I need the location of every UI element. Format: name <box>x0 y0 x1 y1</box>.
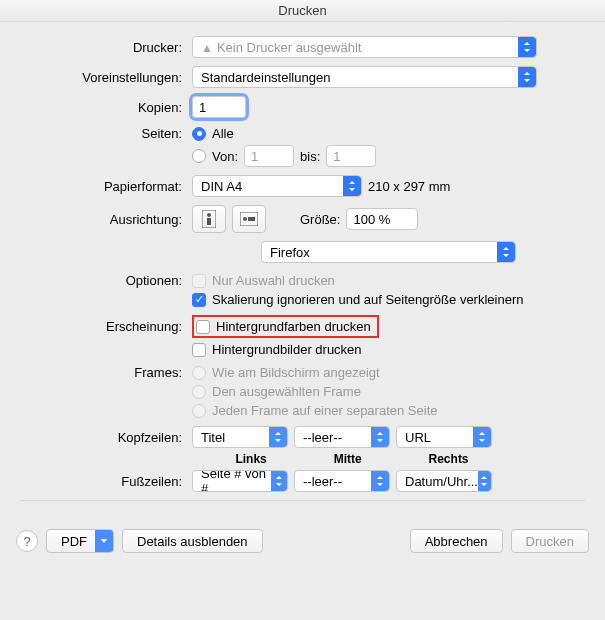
details-button[interactable]: Details ausblenden <box>122 529 263 553</box>
orientation-label: Ausrichtung: <box>20 212 192 227</box>
paper-select[interactable]: DIN A4 <box>192 175 362 197</box>
from-input[interactable]: 1 <box>244 145 294 167</box>
pdf-button[interactable]: PDF <box>46 529 114 553</box>
chevron-updown-icon <box>518 67 536 87</box>
svg-rect-2 <box>207 218 211 225</box>
cancel-button[interactable]: Abbrechen <box>410 529 503 553</box>
frame-each-label: Jeden Frame auf einer separaten Seite <box>212 403 437 418</box>
col-left-label: Links <box>235 452 266 466</box>
orientation-landscape-button[interactable] <box>232 205 266 233</box>
to-label: bis: <box>300 149 320 164</box>
dialog-content: Drucker: ▲Kein Drucker ausgewählt Vorein… <box>0 22 605 519</box>
chevron-down-icon <box>95 529 113 553</box>
scale-input[interactable]: 100 % <box>346 208 418 230</box>
to-input[interactable]: 1 <box>326 145 376 167</box>
presets-select[interactable]: Standardeinstellungen <box>192 66 537 88</box>
ignore-scaling-label: Skalierung ignorieren und auf Seitengröß… <box>212 292 523 307</box>
frame-screen-radio <box>192 366 206 380</box>
ignore-scaling-checkbox[interactable]: ✓ <box>192 293 206 307</box>
frame-selected-radio <box>192 385 206 399</box>
col-right-label: Rechts <box>429 452 469 466</box>
chevron-updown-icon <box>343 176 361 196</box>
svg-point-1 <box>207 213 211 217</box>
col-center-label: Mitte <box>334 452 362 466</box>
options-label: Optionen: <box>20 273 192 288</box>
pages-range-radio[interactable] <box>192 149 206 163</box>
divider <box>20 500 585 501</box>
frame-each-radio <box>192 404 206 418</box>
footer-right-select[interactable]: Datum/Uhr... <box>396 470 492 492</box>
window-title: Drucken <box>0 0 605 22</box>
footer-center-select[interactable]: --leer-- <box>294 470 390 492</box>
paper-dimensions: 210 x 297 mm <box>368 179 450 194</box>
paper-label: Papierformat: <box>20 179 192 194</box>
header-left-select[interactable]: Titel <box>192 426 288 448</box>
bg-colors-checkbox[interactable] <box>196 320 210 334</box>
selection-only-label: Nur Auswahl drucken <box>212 273 335 288</box>
presets-label: Voreinstellungen: <box>20 70 192 85</box>
bg-colors-label: Hintergrundfarben drucken <box>216 319 371 334</box>
from-label: Von: <box>212 149 238 164</box>
chevron-updown-icon <box>497 242 515 262</box>
svg-point-4 <box>243 217 247 221</box>
scale-label: Größe: <box>300 212 340 227</box>
orientation-portrait-button[interactable] <box>192 205 226 233</box>
footer-bar: ? PDF Details ausblenden Abbrechen Druck… <box>0 519 605 563</box>
section-select[interactable]: Firefox <box>261 241 516 263</box>
copies-label: Kopien: <box>20 100 192 115</box>
copies-input[interactable]: 1 <box>192 96 246 118</box>
warning-icon: ▲ <box>201 41 213 55</box>
header-center-select[interactable]: --leer-- <box>294 426 390 448</box>
printer-label: Drucker: <box>20 40 192 55</box>
footer-left-select[interactable]: Seite # von # <box>192 470 288 492</box>
footers-label: Fußzeilen: <box>20 474 192 489</box>
help-button[interactable]: ? <box>16 530 38 552</box>
bg-images-checkbox[interactable] <box>192 343 206 357</box>
chevron-updown-icon <box>518 37 536 57</box>
pages-all-label: Alle <box>212 126 234 141</box>
pages-label: Seiten: <box>20 126 192 141</box>
print-button[interactable]: Drucken <box>511 529 589 553</box>
header-right-select[interactable]: URL <box>396 426 492 448</box>
printer-select[interactable]: ▲Kein Drucker ausgewählt <box>192 36 537 58</box>
pages-all-radio[interactable] <box>192 127 206 141</box>
selection-only-checkbox <box>192 274 206 288</box>
bg-images-label: Hintergrundbilder drucken <box>212 342 362 357</box>
frame-selected-label: Den ausgewählten Frame <box>212 384 361 399</box>
highlight-box: Hintergrundfarben drucken <box>192 315 379 338</box>
appearance-label: Erscheinung: <box>20 319 192 334</box>
svg-rect-5 <box>248 217 255 221</box>
headers-label: Kopfzeilen: <box>20 430 192 445</box>
frame-screen-label: Wie am Bildschirm angezeigt <box>212 365 380 380</box>
frames-label: Frames: <box>20 365 192 380</box>
